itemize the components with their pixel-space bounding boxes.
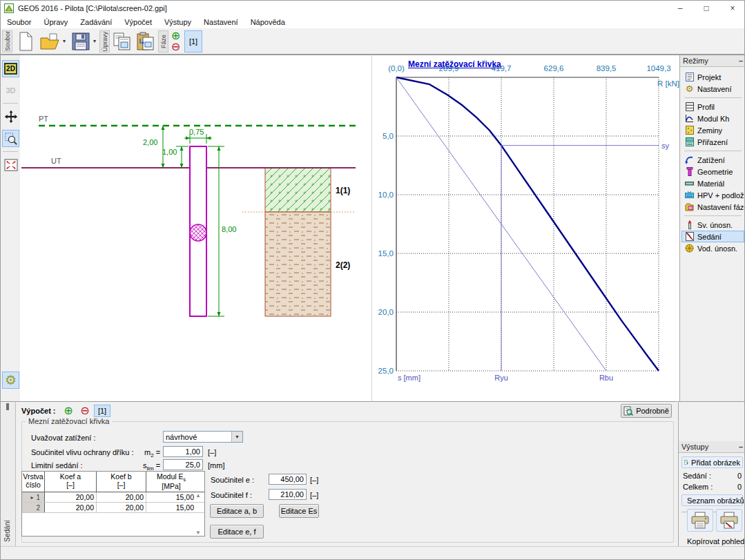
menu-napoveda[interactable]: Nápověda	[244, 17, 291, 28]
sedani-count-value: 0	[737, 472, 742, 480]
add-picture-icon	[684, 458, 688, 467]
mode-sedani[interactable]: Sedání	[681, 231, 744, 242]
menu-nastaveni[interactable]: Nastavení	[197, 17, 244, 28]
new-file-button[interactable]	[15, 30, 36, 52]
mode-geometrie[interactable]: Geometrie	[681, 166, 744, 177]
phase-add-button[interactable]: ⊕	[170, 30, 182, 41]
print-view-button[interactable]	[716, 509, 742, 532]
coef-e-unit: [–]	[310, 476, 318, 484]
svg-text:sy: sy	[661, 142, 670, 150]
svg-text:10,0: 10,0	[378, 191, 394, 199]
svg-text:629,6: 629,6	[544, 64, 564, 73]
pt-label: PT	[39, 115, 48, 123]
mode-nastaveni-faze[interactable]: Nastavení fáze	[681, 201, 744, 213]
save-icon	[72, 32, 90, 50]
outputs-panel: Výstupy – Přidat obrázek Sedání : 0 Celk…	[678, 401, 745, 546]
save-file-button[interactable]	[70, 30, 92, 52]
zoom-icon	[4, 132, 18, 146]
open-file-button[interactable]	[39, 30, 62, 52]
slim-unit: [mm]	[208, 461, 224, 470]
edit-es-button[interactable]: Editace Es	[279, 504, 319, 518]
menu-vypocet[interactable]: Výpočet	[118, 17, 158, 28]
table-scrollbar[interactable]: ▲ ▼	[195, 492, 204, 536]
pan-button[interactable]	[2, 108, 19, 125]
mode-zeminy[interactable]: Zeminy	[681, 124, 744, 136]
details-icon	[623, 406, 633, 416]
horizontal-capacity-icon	[685, 244, 694, 253]
outputs-panel-header: Výstupy –	[679, 441, 745, 453]
new-file-icon	[18, 32, 33, 51]
table-header: Vrstvačíslo Koef a[–] Koef b[–] Modul Es…	[22, 472, 204, 492]
details-button[interactable]: Podrobně	[621, 404, 672, 418]
view-3d-button[interactable]: 3D	[2, 81, 19, 99]
fit-view-button[interactable]	[2, 156, 19, 173]
coef-f-input[interactable]: 210,00	[269, 489, 307, 500]
menu-zadavani[interactable]: Zadávání	[74, 17, 118, 28]
celkem-count-value: 0	[737, 483, 742, 491]
mode-sv-unosn[interactable]: Sv. únosn.	[681, 219, 744, 231]
settings-gear-button[interactable]: ⚙	[2, 371, 19, 389]
mode-profil[interactable]: Profil	[681, 101, 744, 113]
zoom-button[interactable]	[2, 130, 19, 147]
mode-zatizeni[interactable]: Zatížení	[681, 154, 744, 166]
svg-text:839,5: 839,5	[597, 64, 617, 73]
close-button[interactable]: ×	[719, 1, 745, 16]
menu-upravy[interactable]: Úpravy	[37, 17, 74, 28]
paste-picture-button[interactable]	[135, 30, 157, 52]
phase-remove-button[interactable]: ⊖	[170, 41, 182, 52]
bottom-frame-tab[interactable]: Sedání	[1, 401, 16, 546]
settings-icon: ⚙	[685, 84, 694, 93]
mode-prirazeni[interactable]: Přiřazení	[681, 136, 744, 148]
copy-view-button[interactable]: Kopírovat pohled	[681, 535, 743, 547]
load-type-select[interactable]: návrhové ▼	[163, 431, 243, 443]
calc-phase-1-button[interactable]: [1]	[94, 405, 110, 417]
main-toolbar: Soubor ▾ ▾ Úpravy Fáze ⊕ ⊖ [1]	[1, 28, 745, 55]
scroll-up-icon[interactable]: ▲	[195, 492, 201, 499]
dim-width-label: 0,75	[189, 128, 204, 136]
minimize-button[interactable]: –	[667, 1, 693, 16]
m2-input[interactable]: 1,00	[163, 446, 203, 457]
modes-panel-minimize[interactable]: –	[739, 57, 743, 65]
toolbar-group-edit: Úpravy	[99, 30, 110, 52]
print-button[interactable]	[687, 509, 713, 532]
dropdown-arrow-icon[interactable]: ▼	[231, 432, 242, 442]
add-picture-button[interactable]: Přidat obrázek	[681, 456, 743, 468]
mode-nastaveni[interactable]: ⚙Nastavení	[681, 83, 744, 95]
table-row[interactable]: ▸1 20,00 20,00 15,00	[22, 492, 204, 503]
svg-text:Ryu: Ryu	[494, 374, 508, 382]
coef-e-input[interactable]: 450,00	[269, 474, 307, 485]
save-dropdown-arrow[interactable]: ▾	[93, 38, 96, 44]
table-row[interactable]: 2 20,00 20,00 15,00	[22, 503, 204, 513]
view-2d-button[interactable]: 2D	[2, 60, 19, 77]
open-dropdown-arrow[interactable]: ▾	[63, 38, 66, 44]
mode-projekt[interactable]: Projekt	[681, 71, 744, 83]
drawing-area: 1(1) 2(2) PT UT 0,75 2,00 1,00	[20, 55, 371, 401]
calc-add-button[interactable]: ⊕	[61, 405, 75, 417]
assignment-icon	[685, 137, 694, 146]
load-type-label: Uvažovat zatížení :	[31, 434, 96, 442]
svg-text:Rbu: Rbu	[599, 374, 613, 382]
edit-ab-button[interactable]: Editace a, b	[210, 504, 264, 518]
scroll-down-icon[interactable]: ▼	[195, 530, 201, 536]
outputs-panel-minimize[interactable]: –	[739, 443, 743, 451]
svg-text:25,0: 25,0	[378, 367, 394, 375]
svg-text:s [mm]: s [mm]	[398, 374, 420, 382]
maximize-button[interactable]: □	[693, 1, 719, 16]
mode-modul-kh[interactable]: Modul Kh	[681, 113, 744, 124]
edit-ef-button[interactable]: Editace e, f	[210, 525, 264, 539]
mode-material[interactable]: Materiál	[681, 177, 744, 189]
water-table-icon	[685, 191, 694, 200]
sedani-count-label: Sedání :	[683, 472, 711, 480]
mode-vod-unosn[interactable]: Vod. únosn.	[681, 242, 744, 254]
copy-icon	[113, 32, 132, 51]
copy-picture-button[interactable]	[111, 30, 133, 52]
picture-list-button[interactable]: Seznam obrázků	[681, 494, 743, 506]
stage-settings-icon	[685, 202, 694, 211]
slim-input[interactable]: 25,0	[163, 459, 203, 470]
menu-soubor[interactable]: Soubor	[1, 17, 37, 28]
phase-1-button[interactable]: [1]	[184, 30, 202, 52]
coef-f-unit: [–]	[310, 491, 318, 499]
calc-remove-button[interactable]: ⊖	[78, 405, 92, 417]
menu-vystupy[interactable]: Výstupy	[158, 17, 197, 28]
mode-hpv-podlozi[interactable]: HPV + podloží	[681, 189, 744, 201]
